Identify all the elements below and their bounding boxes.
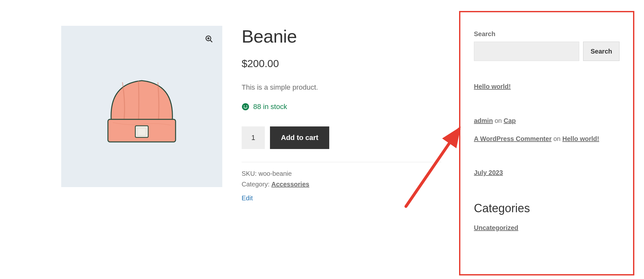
- sku-value: woo-beanie: [258, 170, 292, 177]
- category-label: Category:: [242, 181, 270, 188]
- category-line: Category: Accessories: [242, 181, 441, 188]
- comment-author-link[interactable]: admin: [474, 117, 493, 124]
- meta-divider: [242, 162, 441, 162]
- stock-status: 88 in stock: [242, 103, 441, 111]
- edit-link[interactable]: Edit: [242, 194, 253, 202]
- comment-post-link[interactable]: Hello world!: [562, 135, 599, 142]
- recent-comment-1: admin on Cap: [474, 115, 620, 126]
- recent-post-link[interactable]: Hello world!: [474, 83, 620, 90]
- comment-on-text: on: [552, 135, 562, 142]
- categories-heading: Categories: [474, 202, 620, 215]
- sku-label: SKU:: [242, 170, 257, 177]
- sku-line: SKU: woo-beanie: [242, 170, 441, 177]
- search-widget: Search: [474, 42, 620, 61]
- svg-rect-5: [135, 126, 148, 137]
- category-link[interactable]: Accessories: [271, 181, 309, 188]
- product-description: This is a simple product.: [242, 83, 441, 92]
- comment-post-link[interactable]: Cap: [504, 117, 516, 124]
- product-price: $200.00: [242, 58, 441, 70]
- quantity-input[interactable]: [242, 126, 265, 149]
- beanie-illustration: [93, 58, 190, 155]
- zoom-icon[interactable]: [203, 33, 215, 45]
- svg-point-8: [246, 105, 247, 106]
- category-widget-link[interactable]: Uncategorized: [474, 224, 620, 232]
- search-widget-label: Search: [474, 30, 620, 38]
- comment-author-link[interactable]: A WordPress Commenter: [474, 135, 552, 142]
- recent-comment-2: A WordPress Commenter on Hello world!: [474, 134, 620, 144]
- cart-form: Add to cart: [242, 126, 441, 149]
- smile-icon: [242, 103, 249, 111]
- archive-link[interactable]: July 2023: [474, 169, 620, 176]
- product-image[interactable]: [61, 26, 222, 187]
- svg-line-1: [210, 40, 212, 42]
- product-details: Beanie $200.00 This is a simple product.…: [242, 26, 441, 202]
- stock-text: 88 in stock: [253, 103, 287, 111]
- add-to-cart-button[interactable]: Add to cart: [270, 126, 329, 149]
- comment-on-text: on: [493, 117, 504, 124]
- search-input[interactable]: [474, 42, 579, 61]
- product-title: Beanie: [242, 26, 441, 47]
- search-button[interactable]: Search: [583, 42, 620, 61]
- svg-point-7: [244, 105, 245, 106]
- sidebar-widget-area: Search Search Hello world! admin on Cap …: [459, 11, 634, 275]
- svg-point-6: [242, 103, 249, 110]
